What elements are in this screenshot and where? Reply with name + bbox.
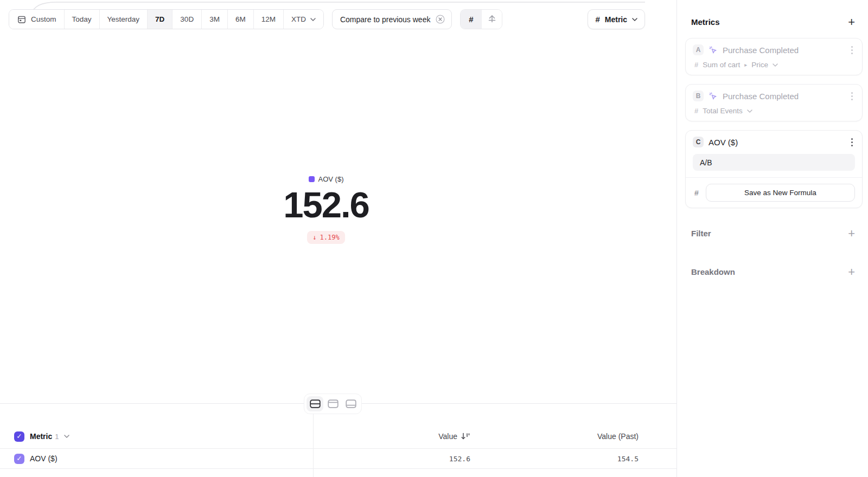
layout-table-only-button[interactable] <box>342 396 359 411</box>
layout-split-button[interactable] <box>307 396 323 411</box>
metric-cards: A Purchase Completed # Sum of cart ▸ Pri… <box>677 38 868 208</box>
compare-chip-label: Compare to previous week <box>340 15 431 24</box>
metric-card-b[interactable]: B Purchase Completed # Total Events <box>685 84 863 121</box>
date-range-yesterday[interactable]: Yesterday <box>99 10 148 29</box>
number-format-toggle[interactable]: # <box>461 10 481 29</box>
date-range-7d[interactable]: 7D <box>147 10 172 29</box>
legend-swatch <box>309 176 315 182</box>
date-range-control: Custom Today Yesterday 7D 30D 3M 6M 12M … <box>9 9 324 29</box>
chevron-down-icon <box>773 63 778 67</box>
legend-label: AOV ($) <box>318 175 344 183</box>
card-divider <box>686 177 862 178</box>
report-toolbar: Custom Today Yesterday 7D 30D 3M 6M 12M … <box>9 9 645 29</box>
chevron-down-icon <box>632 18 637 21</box>
date-range-label: Custom <box>31 15 56 23</box>
breakdown-section-header: Breakdown + <box>677 267 868 276</box>
chevron-down-icon[interactable] <box>64 435 69 438</box>
date-range-custom[interactable]: Custom <box>9 10 64 29</box>
analytics-report-screen: Custom Today Yesterday 7D 30D 3M 6M 12M … <box>0 0 868 477</box>
date-range-today[interactable]: Today <box>64 10 99 29</box>
metrics-section-header: Metrics + <box>677 0 868 27</box>
kpi-block: AOV ($) 152.6 ↓ 1.19% <box>0 175 652 244</box>
hash-icon: # <box>595 15 599 23</box>
row-value: 152.6 <box>313 455 470 463</box>
compare-chip[interactable]: Compare to previous week <box>332 9 452 29</box>
filter-section-title: Filter <box>691 229 711 238</box>
add-metric-button[interactable]: + <box>848 18 855 27</box>
value-column-header[interactable]: Value <box>313 432 470 441</box>
chevron-down-icon <box>747 109 752 113</box>
formula-input[interactable]: A/B <box>693 154 855 171</box>
chart-legend[interactable]: AOV ($) <box>309 175 344 183</box>
layout-bottom-icon <box>346 399 356 408</box>
metric-card-a[interactable]: A Purchase Completed # Sum of cart ▸ Pri… <box>685 38 863 75</box>
hash-icon: # <box>694 61 698 68</box>
value-display-toggles: # <box>460 9 502 29</box>
metric-letter-badge: A <box>693 44 704 55</box>
arrow-down-icon: ↓ <box>312 234 316 241</box>
metric-letter-badge: C <box>693 137 704 147</box>
calendar-icon <box>17 15 27 24</box>
chevron-down-icon <box>310 18 316 21</box>
metric-event-name: Purchase Completed <box>723 92 799 101</box>
save-as-new-formula-button[interactable]: Save as New Formula <box>706 184 855 202</box>
layout-split-icon <box>310 399 321 408</box>
metric-column-header: ✓ Metric 1 <box>0 431 313 442</box>
metric-card-c[interactable]: C AOV ($) A/B # Save as New Formula <box>685 130 863 208</box>
config-sidebar: Metrics + A Purchase Completed <box>676 0 868 477</box>
add-filter-button[interactable]: + <box>848 229 855 238</box>
hash-icon: # <box>694 107 698 114</box>
table-row: ✓ AOV ($) 152.6 154.5 <box>0 449 676 469</box>
layout-switcher <box>304 394 362 414</box>
kebab-menu-icon[interactable] <box>851 49 853 51</box>
aggregation-dropdown[interactable]: # Sum of cart ▸ Price <box>693 61 855 69</box>
sort-descending-icon <box>461 433 470 440</box>
layout-chart-only-button[interactable] <box>324 396 341 411</box>
table-header-row: ✓ Metric 1 Value Value (Past) <box>0 424 676 449</box>
kpi-change-badge: ↓ 1.19% <box>307 231 344 244</box>
row-metric-cell: ✓ AOV ($) <box>0 454 313 464</box>
event-icon <box>709 92 718 101</box>
close-circle-icon[interactable] <box>435 14 445 24</box>
metric-letter-badge: B <box>693 91 704 101</box>
kebab-menu-icon[interactable] <box>851 95 853 97</box>
aggregation-property: Price <box>751 61 768 69</box>
hash-icon: # <box>694 189 699 197</box>
report-main: Custom Today Yesterday 7D 30D 3M 6M 12M … <box>0 0 676 477</box>
formula-metric-name: AOV ($) <box>709 138 738 147</box>
metric-event-name: Purchase Completed <box>723 46 799 55</box>
date-range-12m[interactable]: 12M <box>253 10 283 29</box>
goal-toggle[interactable] <box>481 10 502 29</box>
kpi-value: 152.6 <box>283 186 369 224</box>
layout-top-icon <box>328 399 339 408</box>
aggregation-dropdown[interactable]: # Total Events <box>693 107 855 115</box>
metric-dropdown-button[interactable]: # Metric <box>588 9 645 29</box>
goal-arrow-icon <box>487 14 497 25</box>
caret-right-icon: ▸ <box>744 62 747 68</box>
event-icon <box>709 46 718 55</box>
add-breakdown-button[interactable]: + <box>848 268 855 276</box>
aggregation-label: Total Events <box>703 107 743 115</box>
aggregation-label: Sum of cart <box>703 61 740 69</box>
filter-section-header: Filter + <box>677 229 868 238</box>
check-icon: ✓ <box>16 433 22 440</box>
date-range-6m[interactable]: 6M <box>227 10 253 29</box>
breakdown-section-title: Breakdown <box>691 267 735 276</box>
metric-count: 1 <box>55 433 59 441</box>
row-metric-label: AOV ($) <box>30 454 58 463</box>
check-icon: ✓ <box>16 455 22 462</box>
row-checkbox[interactable]: ✓ <box>14 454 24 464</box>
row-past-value: 154.5 <box>470 455 639 463</box>
metrics-section-title: Metrics <box>691 17 720 27</box>
past-value-column-header[interactable]: Value (Past) <box>470 432 639 441</box>
date-range-xtd[interactable]: XTD <box>283 10 323 29</box>
date-range-30d[interactable]: 30D <box>172 10 201 29</box>
kpi-change-value: 1.19% <box>320 234 340 241</box>
kebab-menu-icon[interactable] <box>851 141 853 143</box>
metric-button-label: Metric <box>605 15 627 24</box>
date-range-3m[interactable]: 3M <box>201 10 227 29</box>
metric-header-label: Metric <box>30 432 52 441</box>
metric-select-all-checkbox[interactable]: ✓ <box>14 431 24 442</box>
hash-icon: # <box>469 15 473 23</box>
